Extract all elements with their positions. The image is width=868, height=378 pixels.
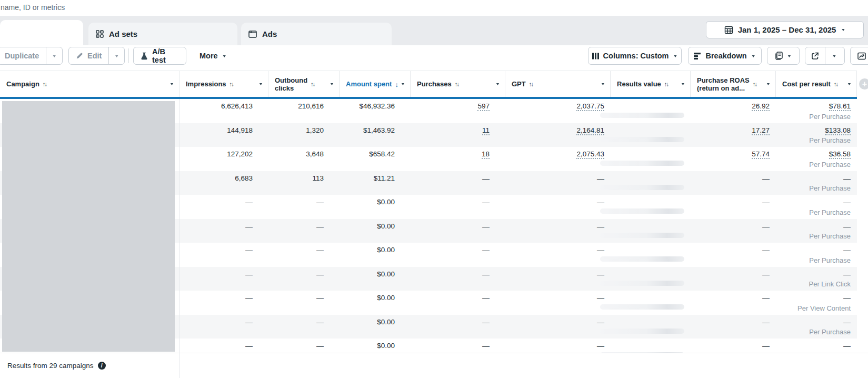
cost-subtype-label: Per Purchase bbox=[809, 256, 851, 264]
column-menu-caret[interactable]: ▼ bbox=[495, 82, 500, 86]
column-header-spent[interactable]: Amount spent↓▼ bbox=[340, 71, 411, 97]
search-input[interactable]: name, ID or metrics bbox=[1, 3, 65, 12]
columns-button[interactable]: Columns: Custom ▼ bbox=[588, 47, 682, 65]
redacted-value-pill bbox=[600, 161, 684, 166]
cost-value[interactable]: $78.61 bbox=[829, 102, 851, 111]
sort-both-icon: ↑↓ bbox=[43, 81, 47, 87]
cell-gpt: — bbox=[505, 219, 611, 243]
edit-split-button: Edit ▼ bbox=[68, 47, 125, 65]
cell-roas: — bbox=[691, 195, 776, 219]
cell-gpt: — bbox=[505, 291, 611, 315]
more-button[interactable]: More ▼ bbox=[193, 47, 234, 65]
roas-value[interactable]: 26.92 bbox=[752, 102, 770, 111]
column-menu-caret[interactable]: ▼ bbox=[258, 82, 263, 86]
cell-roas: — bbox=[691, 171, 776, 195]
sort-both-icon: ↑↓ bbox=[834, 81, 838, 87]
column-header-impressions[interactable]: Impressions↑↓▼ bbox=[179, 71, 268, 97]
cost-subtype-label: Per Purchase bbox=[809, 184, 851, 192]
column-label-roas: Purchase ROAS(return on ad... bbox=[697, 76, 750, 93]
cell-cost: — bbox=[776, 339, 857, 353]
breakdown-button[interactable]: Breakdown ▼ bbox=[688, 47, 762, 65]
cost-value: — bbox=[843, 198, 851, 206]
chevron-down-icon: ▼ bbox=[673, 54, 677, 57]
date-range-picker[interactable]: Jan 1, 2025 – Dec 31, 2025 ▼ bbox=[706, 21, 864, 38]
column-menu-caret[interactable]: ▼ bbox=[847, 82, 852, 86]
cost-value[interactable]: $36.58 bbox=[829, 150, 851, 159]
cost-subtype-label: Per Purchase bbox=[809, 328, 851, 336]
column-header-campaign[interactable]: Campaign↑↓▼ bbox=[0, 71, 179, 97]
cell-outbound: — bbox=[268, 219, 340, 243]
column-header-cost[interactable]: Cost per result↑↓▼ bbox=[776, 71, 857, 97]
cost-subtype-label: Per Purchase bbox=[809, 136, 851, 144]
export-button[interactable] bbox=[805, 47, 825, 64]
duplicate-dropdown-button[interactable]: ▼ bbox=[46, 47, 62, 64]
sort-both-icon: ↑↓ bbox=[455, 81, 459, 87]
cell-purchases: 597 bbox=[411, 99, 505, 123]
redacted-campaign-names bbox=[2, 101, 175, 352]
cell-gpt: — bbox=[505, 171, 611, 195]
purchases-value[interactable]: 597 bbox=[477, 102, 490, 111]
column-header-gpt[interactable]: GPT↑↓▼ bbox=[505, 71, 611, 97]
column-menu-caret[interactable]: ▼ bbox=[169, 82, 174, 86]
tab-campaigns[interactable] bbox=[0, 20, 83, 45]
top-search-bar: name, ID or metrics bbox=[0, 0, 868, 16]
column-header-outbound[interactable]: Outboundclicks↑↓▼ bbox=[268, 71, 340, 97]
ab-test-button[interactable]: A/B test bbox=[133, 47, 186, 65]
edit-dropdown-button[interactable]: ▼ bbox=[108, 47, 124, 64]
roas-value[interactable]: 17.27 bbox=[752, 126, 770, 135]
duplicate-label: Duplicate bbox=[5, 52, 39, 60]
info-icon[interactable]: i bbox=[98, 362, 106, 370]
column-label-outbound: Outboundclicks bbox=[275, 76, 307, 93]
column-menu-caret[interactable]: ▼ bbox=[681, 82, 685, 86]
add-column-button[interactable]: + bbox=[859, 78, 868, 89]
cell-cost: —Per Purchase bbox=[776, 243, 857, 267]
spent-value: $0.00 bbox=[377, 222, 395, 230]
spent-value: $0.00 bbox=[377, 318, 395, 326]
tab-ad-sets[interactable]: Ad sets bbox=[88, 23, 237, 45]
gpt-value: — bbox=[597, 174, 604, 183]
gpt-value: — bbox=[597, 342, 604, 350]
gpt-value[interactable]: 2,164.81 bbox=[576, 126, 604, 135]
column-menu-caret[interactable]: ▼ bbox=[766, 82, 771, 86]
purchases-value: — bbox=[482, 294, 490, 302]
cost-subtype-label: Per Purchase bbox=[809, 208, 851, 216]
purchases-value[interactable]: 11 bbox=[482, 126, 490, 135]
impressions-value: — bbox=[245, 270, 253, 278]
column-menu-caret[interactable]: ▼ bbox=[330, 82, 334, 86]
cell-impressions: — bbox=[179, 219, 268, 243]
column-header-roas[interactable]: Purchase ROAS(return on ad...↑↓▼ bbox=[691, 71, 776, 97]
cost-value[interactable]: $133.08 bbox=[825, 126, 851, 135]
columns-label: Columns: Custom bbox=[603, 52, 669, 60]
ad-sets-grid-icon bbox=[96, 30, 104, 38]
cost-value: — bbox=[843, 174, 851, 183]
edit-button[interactable]: Edit bbox=[69, 47, 108, 64]
cell-spent: $0.00 bbox=[340, 267, 411, 291]
chart-trend-icon bbox=[857, 52, 866, 60]
spent-value: $0.00 bbox=[377, 198, 395, 206]
tab-ads[interactable]: Ads bbox=[241, 23, 392, 45]
pencil-icon bbox=[76, 52, 83, 59]
impressions-value: — bbox=[245, 318, 253, 326]
charts-button[interactable] bbox=[850, 47, 868, 65]
outbound-value: — bbox=[316, 318, 324, 326]
roas-value[interactable]: 57.74 bbox=[752, 150, 770, 159]
export-dropdown-button[interactable]: ▼ bbox=[825, 47, 843, 64]
column-menu-caret[interactable]: ▼ bbox=[601, 82, 605, 86]
cell-cost: —Per Link Click bbox=[776, 267, 857, 291]
column-header-purchases[interactable]: Purchases↑↓▼ bbox=[411, 71, 505, 97]
gpt-value[interactable]: 2,075.43 bbox=[576, 150, 604, 159]
cell-gpt: — bbox=[505, 267, 611, 291]
impressions-value: — bbox=[245, 222, 253, 231]
reports-button[interactable]: ▼ bbox=[767, 47, 800, 65]
gpt-value[interactable]: 2,037.75 bbox=[576, 102, 604, 111]
column-menu-caret[interactable]: ▼ bbox=[401, 82, 405, 86]
impressions-value: — bbox=[245, 246, 253, 254]
duplicate-button[interactable]: Duplicate bbox=[0, 47, 46, 64]
cost-subtype-label: Per Purchase bbox=[809, 161, 851, 168]
flask-icon bbox=[141, 52, 148, 60]
gpt-value: — bbox=[597, 198, 604, 206]
gpt-value: — bbox=[597, 318, 604, 326]
purchases-value[interactable]: 18 bbox=[482, 150, 490, 159]
column-header-results_value[interactable]: Results value↑↓▼ bbox=[611, 71, 691, 97]
cell-impressions: 144,918 bbox=[179, 123, 268, 147]
